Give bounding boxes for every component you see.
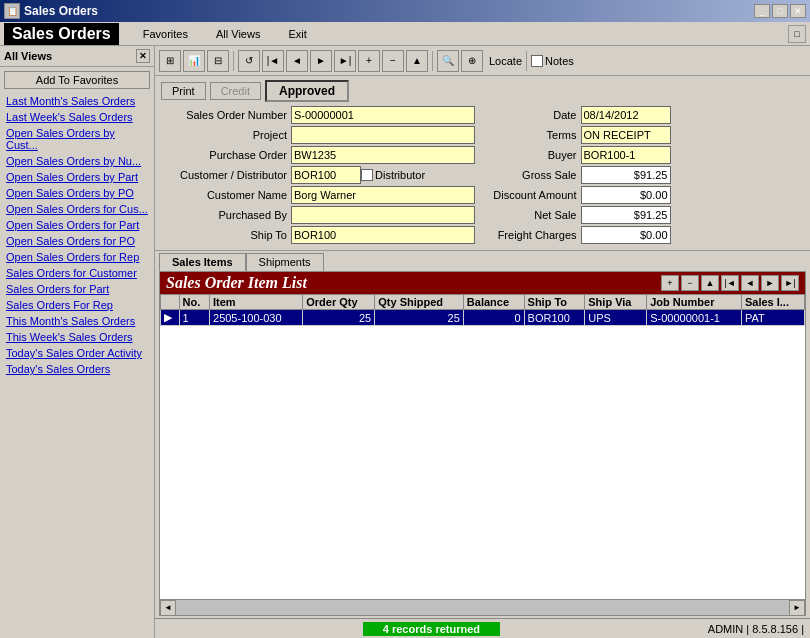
table-row[interactable]: ▶ 1 2505-100-030 25 25 0 BOR100 UPS S-00…	[161, 310, 805, 326]
distributor-label: Distributor	[375, 169, 425, 181]
sidebar-item-open-for-cus[interactable]: Open Sales Orders for Cus...	[0, 201, 154, 217]
sidebar-header: All Views ✕	[0, 46, 154, 67]
notes-area: Notes	[531, 55, 574, 67]
maximize-button[interactable]: □	[772, 4, 788, 18]
sidebar-item-open-for-part[interactable]: Open Sales Orders for Part	[0, 217, 154, 233]
sidebar-item-for-customer[interactable]: Sales Orders for Customer	[0, 265, 154, 281]
sidebar-item-this-week[interactable]: This Week's Sales Orders	[0, 329, 154, 345]
toolbar-grid-btn[interactable]: ⊞	[159, 50, 181, 72]
col-no[interactable]: No.	[179, 295, 210, 310]
row-job-number: S-00000001-1	[647, 310, 742, 326]
il-last-btn[interactable]: ►|	[781, 275, 799, 291]
ship-to-input[interactable]	[291, 226, 475, 244]
il-first-btn[interactable]: |◄	[721, 275, 739, 291]
project-input[interactable]	[291, 126, 475, 144]
form-right: Date Terms Buyer Gross Sale	[483, 106, 805, 246]
sidebar-item-open-part[interactable]: Open Sales Orders by Part	[0, 169, 154, 185]
toolbar-sep-3	[526, 51, 527, 71]
h-scroll-right-btn[interactable]: ►	[789, 600, 805, 616]
col-ship-via[interactable]: Ship Via	[585, 295, 647, 310]
sidebar-item-today-orders[interactable]: Today's Sales Orders	[0, 361, 154, 377]
col-indicator	[161, 295, 180, 310]
toolbar-last-btn[interactable]: ►|	[334, 50, 356, 72]
sidebar-close-button[interactable]: ✕	[136, 49, 150, 63]
sidebar-item-open-for-rep[interactable]: Open Sales Orders for Rep	[0, 249, 154, 265]
status-badge: Approved	[265, 80, 349, 102]
purchased-by-row: Purchased By	[161, 206, 475, 224]
sidebar-item-open-nu[interactable]: Open Sales Orders by Nu...	[0, 153, 154, 169]
print-button[interactable]: Print	[161, 82, 206, 100]
sidebar-item-this-month[interactable]: This Month's Sales Orders	[0, 313, 154, 329]
col-balance[interactable]: Balance	[463, 295, 524, 310]
row-item: 2505-100-030	[210, 310, 303, 326]
sidebar-item-open-for-po[interactable]: Open Sales Orders for PO	[0, 233, 154, 249]
h-scroll-left-btn[interactable]: ◄	[160, 600, 176, 616]
net-sale-input[interactable]	[581, 206, 671, 224]
main-container: All Views ✕ Add To Favorites Last Month'…	[0, 46, 810, 638]
col-ship-to[interactable]: Ship To	[524, 295, 585, 310]
sidebar-item-today-activity[interactable]: Today's Sales Order Activity	[0, 345, 154, 361]
tab-sales-items[interactable]: Sales Items	[159, 253, 246, 271]
item-list-header: Sales Order Item List + − ▲ |◄ ◄ ► ►|	[160, 272, 805, 294]
distributor-checkbox[interactable]	[361, 169, 373, 181]
row-sales-i: PAT	[741, 310, 804, 326]
customer-name-input[interactable]	[291, 186, 475, 204]
freight-charges-input[interactable]	[581, 226, 671, 244]
sidebar-item-open-po[interactable]: Open Sales Orders by PO	[0, 185, 154, 201]
purchased-by-input[interactable]	[291, 206, 475, 224]
col-sales-i[interactable]: Sales I...	[741, 295, 804, 310]
col-qty-shipped[interactable]: Qty Shipped	[375, 295, 464, 310]
discount-amount-input[interactable]	[581, 186, 671, 204]
toolbar-search-btn[interactable]: 🔍	[437, 50, 459, 72]
tab-shipments[interactable]: Shipments	[246, 253, 324, 271]
toolbar-next-btn[interactable]: ►	[310, 50, 332, 72]
toolbar-delete-btn[interactable]: −	[382, 50, 404, 72]
il-prev-btn[interactable]: ◄	[741, 275, 759, 291]
menu-all-views[interactable]: All Views	[212, 26, 264, 42]
il-add-btn[interactable]: +	[661, 275, 679, 291]
form-area: Print Credit Approved Sales Order Number…	[155, 76, 810, 251]
gross-sale-row: Gross Sale	[491, 166, 805, 184]
col-order-qty[interactable]: Order Qty	[303, 295, 375, 310]
sidebar-item-last-month[interactable]: Last Month's Sales Orders	[0, 93, 154, 109]
il-delete-btn[interactable]: −	[681, 275, 699, 291]
date-input[interactable]	[581, 106, 671, 124]
sidebar-item-for-rep[interactable]: Sales Orders For Rep	[0, 297, 154, 313]
sales-order-number-input[interactable]	[291, 106, 475, 124]
toolbar-refresh-btn[interactable]: ↺	[238, 50, 260, 72]
close-button[interactable]: ✕	[790, 4, 806, 18]
purchase-order-input[interactable]	[291, 146, 475, 164]
menu-right-icon[interactable]: □	[788, 25, 806, 43]
col-item[interactable]: Item	[210, 295, 303, 310]
il-up-btn[interactable]: ▲	[701, 275, 719, 291]
toolbar-first-btn[interactable]: |◄	[262, 50, 284, 72]
h-scroll-track[interactable]	[176, 600, 789, 616]
il-next-btn[interactable]: ►	[761, 275, 779, 291]
gross-sale-input[interactable]	[581, 166, 671, 184]
toolbar-up-btn[interactable]: ▲	[406, 50, 428, 72]
toolbar-add-btn[interactable]: +	[358, 50, 380, 72]
horizontal-scrollbar[interactable]: ◄ ►	[160, 599, 805, 615]
menu-exit[interactable]: Exit	[284, 26, 310, 42]
minimize-button[interactable]: _	[754, 4, 770, 18]
title-bar: 📋 Sales Orders _ □ ✕	[0, 0, 810, 22]
purchased-by-label: Purchased By	[161, 209, 291, 221]
sidebar-item-last-week[interactable]: Last Week's Sales Orders	[0, 109, 154, 125]
toolbar-binoculars-btn[interactable]: ⊕	[461, 50, 483, 72]
terms-input[interactable]	[581, 126, 671, 144]
col-job-number[interactable]: Job Number	[647, 295, 742, 310]
customer-distributor-input[interactable]	[291, 166, 361, 184]
sidebar-item-for-part[interactable]: Sales Orders for Part	[0, 281, 154, 297]
menu-favorites[interactable]: Favorites	[139, 26, 192, 42]
date-row: Date	[491, 106, 805, 124]
toolbar-prev-btn[interactable]: ◄	[286, 50, 308, 72]
toolbar-form-btn[interactable]: ⊟	[207, 50, 229, 72]
credit-button[interactable]: Credit	[210, 82, 261, 100]
buyer-input[interactable]	[581, 146, 671, 164]
title-bar-text: Sales Orders	[24, 4, 754, 18]
status-bar: 4 records returned ADMIN | 8.5.8.156 |	[155, 618, 810, 638]
add-to-favorites-button[interactable]: Add To Favorites	[4, 71, 150, 89]
sidebar-item-open-cust[interactable]: Open Sales Orders by Cust...	[0, 125, 154, 153]
notes-checkbox[interactable]	[531, 55, 543, 67]
toolbar-chart-btn[interactable]: 📊	[183, 50, 205, 72]
